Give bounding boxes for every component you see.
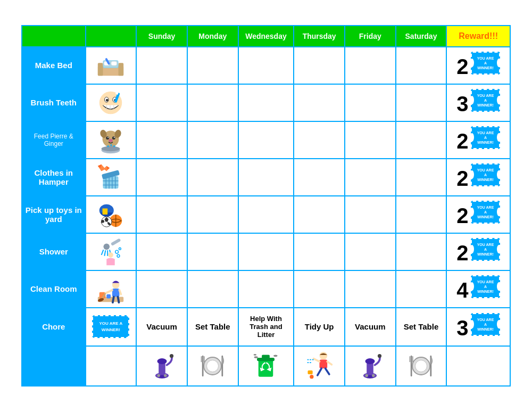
svg-point-55 [115, 250, 119, 253]
svg-rect-6 [111, 61, 117, 65]
day-cell [345, 159, 396, 196]
day-cell [345, 121, 396, 159]
reward-number: 2 [456, 167, 468, 191]
vacuum-icon [150, 351, 174, 381]
icon-set-table-saturday [396, 346, 447, 386]
day-cell [345, 47, 396, 84]
day-cell [238, 233, 294, 270]
day-cell [136, 121, 187, 159]
svg-line-65 [113, 297, 114, 302]
svg-point-57 [118, 254, 120, 257]
header-col1 [22, 26, 86, 47]
header-thursday: Thursday [294, 26, 345, 47]
reward-number: 3 [456, 92, 468, 116]
svg-point-22 [106, 136, 110, 139]
svg-point-89 [319, 352, 327, 360]
svg-point-105 [372, 374, 375, 376]
day-cell [238, 270, 294, 308]
table-row: Shower [22, 233, 510, 270]
winner-ticket-icon: YOU ARE A WINNER! [471, 238, 500, 261]
svg-point-25 [114, 137, 115, 138]
chore-wednesday: Help With Trash and Litter [238, 308, 294, 346]
reward-cell-clean-room: 4 YOU ARE A WINNER! [446, 270, 510, 308]
reward-cell-pick-up-toys: 2 YOU ARE A WINNER! [446, 196, 510, 233]
day-cell [396, 233, 447, 270]
icon-set-table-monday [187, 346, 238, 386]
day-cell [238, 196, 294, 233]
vacuum-icon-2 [358, 351, 382, 381]
day-cell [294, 233, 345, 270]
icon-row [22, 346, 510, 386]
day-cell [345, 270, 396, 308]
icon-cell-clothes-hamper [86, 159, 137, 196]
day-cell [136, 270, 187, 308]
day-cell [136, 159, 187, 196]
day-cell [136, 196, 187, 233]
winner-ticket-icon: YOU ARE A WINNER! [471, 89, 500, 112]
day-cell [345, 196, 396, 233]
winner-ticket-icon: YOU ARE A WINNER! [471, 163, 500, 186]
day-cell [187, 121, 238, 159]
toys-icon [95, 199, 127, 231]
winner-text: YOU ARE A WINNER! [99, 321, 122, 332]
day-cell [396, 84, 447, 121]
chore-label-brush-teeth: Brush Teeth [22, 84, 86, 121]
chore-label-make-bed: Make Bed [22, 47, 86, 84]
svg-rect-85 [262, 355, 270, 358]
svg-point-75 [164, 374, 167, 376]
chore-label-clean-room: Clean Room [22, 270, 86, 308]
svg-line-63 [106, 290, 113, 293]
svg-point-30 [110, 144, 112, 146]
icon-row-reward [446, 346, 510, 386]
header-sunday: Sunday [136, 26, 187, 47]
svg-line-94 [325, 368, 329, 374]
day-cell [187, 47, 238, 84]
teeth-icon [95, 87, 127, 119]
header-friday: Friday [345, 26, 396, 47]
svg-point-28 [102, 146, 120, 151]
day-cell [187, 84, 238, 121]
table-row: Clothes in Hamper [22, 159, 510, 196]
day-cell [187, 270, 238, 308]
reward-number: 2 [456, 55, 468, 79]
icon-vacuum-friday [345, 346, 396, 386]
header-saturday: Saturday [396, 26, 447, 47]
table-row: Chore YOU ARE A WINNER! Vacuum Set Table… [22, 308, 510, 346]
chore-label-chore: Chore [22, 308, 86, 346]
table-row: Clean Room [22, 270, 510, 308]
day-cell [396, 121, 447, 159]
icon-cell-feed-pets [86, 121, 137, 159]
icon-cell-pick-up-toys [86, 196, 137, 233]
svg-rect-41 [103, 208, 108, 215]
winner-ticket-icon: YOU ARE A WINNER! [471, 52, 500, 75]
svg-point-29 [107, 145, 110, 147]
hamper-icon [95, 161, 127, 193]
chore-monday: Set Table [187, 308, 238, 346]
winner-ticket-icon: YOU ARE A WINNER! [471, 201, 500, 224]
chore-sunday: Vacuum [136, 308, 187, 346]
day-cell [187, 233, 238, 270]
tidy-icon [305, 350, 334, 382]
svg-point-24 [108, 137, 109, 138]
day-cell [294, 270, 345, 308]
set-table-icon-2 [406, 351, 436, 381]
icon-cell-brush-teeth [86, 84, 137, 121]
chore-saturday: Set Table [396, 308, 447, 346]
svg-point-23 [112, 136, 115, 139]
icon-cell-chore: YOU ARE A WINNER! [86, 308, 137, 346]
header-monday: Monday [187, 26, 238, 47]
svg-point-74 [157, 374, 160, 376]
svg-rect-1 [98, 63, 103, 76]
svg-rect-60 [107, 294, 111, 298]
svg-point-86 [254, 356, 258, 358]
svg-line-92 [327, 361, 331, 365]
svg-point-54 [109, 252, 114, 257]
svg-point-104 [365, 374, 368, 376]
day-cell [345, 84, 396, 121]
reward-number: 2 [456, 241, 468, 265]
reward-cell-shower: 2 YOU ARE A WINNER! [446, 233, 510, 270]
reward-cell-brush-teeth: 3 YOU ARE A WINNER! [446, 84, 510, 121]
chore-label-feed-pets: Feed Pierre & Ginger [22, 121, 86, 159]
day-cell [238, 84, 294, 121]
winner-ticket-icon: YOU ARE A WINNER! [471, 313, 500, 336]
